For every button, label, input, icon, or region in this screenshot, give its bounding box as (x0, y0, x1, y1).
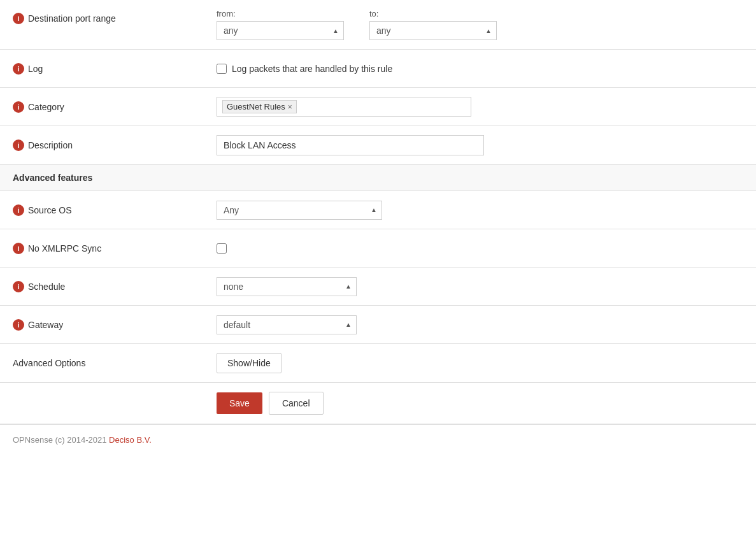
log-row: i Log Log packets that are handled by th… (0, 50, 756, 88)
description-label: i Description (13, 140, 217, 151)
source-os-select-wrapper: Any ▲ (217, 201, 382, 220)
destination-port-range-label: i Destination port range (13, 9, 217, 24)
schedule-info-icon: i (13, 281, 24, 292)
schedule-control-area: none ▲ (217, 277, 743, 296)
description-input[interactable] (217, 135, 484, 155)
description-info-icon: i (13, 140, 24, 151)
from-port-group: from: any ▲ (217, 9, 344, 40)
category-label: i Category (13, 101, 217, 113)
gateway-select[interactable]: default (217, 315, 357, 334)
to-select-wrapper: any ▲ (369, 21, 497, 40)
log-label-text: Log (28, 64, 43, 74)
footer-deciso-link[interactable]: Deciso B.V. (109, 435, 152, 445)
from-port-select[interactable]: any (217, 21, 344, 40)
source-os-select[interactable]: Any (217, 201, 382, 220)
port-range-controls: from: any ▲ to: any ▲ (217, 9, 743, 40)
to-port-group: to: any ▲ (369, 9, 497, 40)
category-tag-close-icon[interactable]: × (288, 103, 292, 111)
category-tag-name: GuestNet Rules (227, 102, 285, 111)
from-select-wrapper: any ▲ (217, 21, 344, 40)
no-xmlrpc-sync-label: i No XMLRPC Sync (13, 243, 217, 254)
no-xmlrpc-sync-label-text: No XMLRPC Sync (28, 243, 101, 254)
source-os-row: i Source OS Any ▲ (0, 191, 756, 229)
advanced-options-control-area: Show/Hide (217, 353, 743, 373)
cancel-button[interactable]: Cancel (269, 392, 324, 415)
category-info-icon: i (13, 101, 24, 113)
source-os-label: i Source OS (13, 204, 217, 216)
to-label: to: (369, 9, 497, 18)
no-xmlrpc-sync-info-icon: i (13, 243, 24, 254)
schedule-label-text: Schedule (28, 282, 65, 292)
from-to-area: from: any ▲ to: any ▲ (217, 9, 743, 40)
destination-port-range-info-icon: i (13, 13, 24, 24)
source-os-control-area: Any ▲ (217, 201, 743, 220)
gateway-label-text: Gateway (28, 320, 63, 330)
log-checkbox-area: Log packets that are handled by this rul… (217, 64, 392, 74)
save-button[interactable]: Save (217, 392, 262, 414)
advanced-features-label: Advanced features (13, 173, 92, 183)
schedule-row: i Schedule none ▲ (0, 268, 756, 306)
category-control-area: GuestNet Rules × (217, 97, 743, 117)
advanced-options-show-hide-button[interactable]: Show/Hide (217, 353, 282, 373)
schedule-select[interactable]: none (217, 277, 357, 296)
category-tag-input[interactable]: GuestNet Rules × (217, 97, 471, 117)
destination-port-range-row: i Destination port range from: any ▲ to: (0, 0, 756, 50)
from-label: from: (217, 9, 344, 18)
action-buttons-row: Save Cancel (0, 383, 756, 424)
log-info-icon: i (13, 63, 24, 75)
description-label-text: Description (28, 140, 73, 150)
no-xmlrpc-sync-control-area (217, 243, 743, 254)
log-control-area: Log packets that are handled by this rul… (217, 64, 743, 74)
log-checkbox-label: Log packets that are handled by this rul… (232, 64, 392, 74)
category-row: i Category GuestNet Rules × (0, 88, 756, 126)
advanced-options-label-text: Advanced Options (13, 358, 85, 368)
log-checkbox[interactable] (217, 64, 227, 74)
gateway-select-wrapper: default ▲ (217, 315, 357, 334)
gateway-control-area: default ▲ (217, 315, 743, 334)
description-control-area (217, 135, 743, 155)
source-os-info-icon: i (13, 204, 24, 216)
schedule-label: i Schedule (13, 281, 217, 292)
destination-port-range-text: Destination port range (28, 13, 116, 24)
advanced-features-header: Advanced features (0, 165, 756, 191)
gateway-label: i Gateway (13, 319, 217, 331)
log-label: i Log (13, 63, 217, 75)
gateway-info-icon: i (13, 319, 24, 331)
gateway-row: i Gateway default ▲ (0, 306, 756, 344)
action-buttons-area: Save Cancel (217, 392, 743, 415)
category-label-text: Category (28, 102, 64, 112)
no-xmlrpc-sync-checkbox[interactable] (217, 243, 227, 254)
main-content: i Destination port range from: any ▲ to: (0, 0, 756, 455)
advanced-options-label: Advanced Options (13, 358, 217, 368)
schedule-select-wrapper: none ▲ (217, 277, 357, 296)
no-xmlrpc-sync-row: i No XMLRPC Sync (0, 229, 756, 268)
footer-prefix: OPNsense (c) 2014-2021 (13, 435, 106, 445)
category-tag-guestnet: GuestNet Rules × (222, 100, 297, 113)
source-os-label-text: Source OS (28, 205, 71, 215)
to-port-select[interactable]: any (369, 21, 497, 40)
description-row: i Description (0, 126, 756, 165)
advanced-options-row: Advanced Options Show/Hide (0, 344, 756, 383)
footer: OPNsense (c) 2014-2021 Deciso B.V. (0, 424, 756, 455)
